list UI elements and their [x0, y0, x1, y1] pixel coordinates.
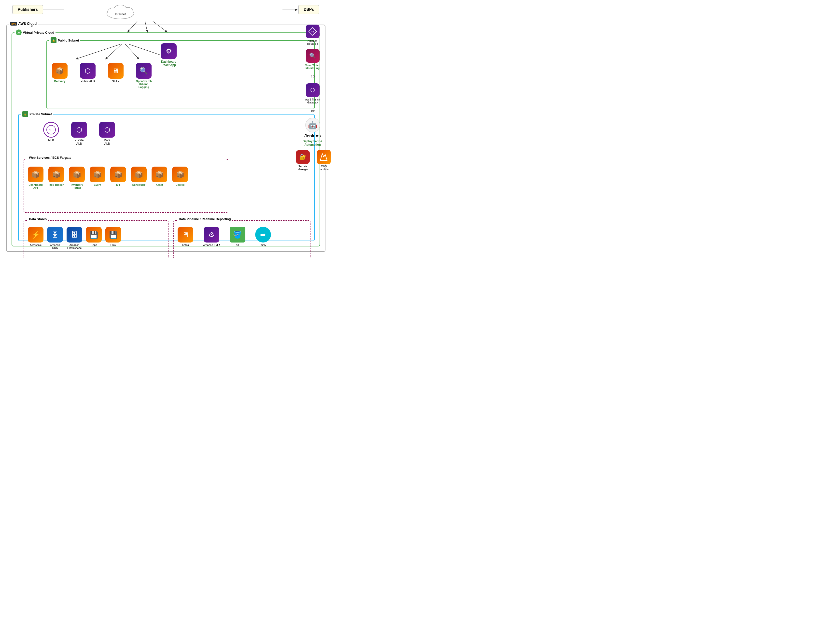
asset-service: 📦 Asset	[151, 167, 167, 186]
aws-lambda-label: AWS Lambda	[316, 165, 332, 171]
cookie-icon: 📦	[172, 167, 188, 182]
event-service: 📦 Event	[90, 167, 106, 186]
transit-gateway-icon: ⬡	[306, 83, 320, 97]
ivt-icon: 📦	[110, 167, 126, 182]
aws-badge: aws	[10, 22, 17, 25]
ecs-fargate-label: Web Services / ECS Fargate	[28, 156, 72, 159]
ceph-icon: 💾	[86, 227, 102, 243]
rtb-bidder-label: RTB Bidder	[49, 183, 64, 186]
data-stores-box: Data Stores ⚡ Aerospike 🗄 AmazonRDS 🗄	[24, 220, 169, 258]
ceph-service: 💾 Ceph	[86, 227, 102, 246]
data-alb-icon: ⬡	[99, 122, 115, 137]
opensearch-icon: 🔍	[136, 63, 151, 79]
data-pipeline-label: Data Pipeline / Realtime Reporting	[178, 217, 232, 221]
elasticache-label: AmazonElastiCache	[67, 243, 82, 249]
inventory-router-service: 📦 InventoryRouter	[69, 167, 85, 189]
aws-label: aws AWS Cloud	[9, 22, 38, 25]
vpc-icon: ☁	[16, 30, 22, 35]
private-alb-icon: ⬡	[71, 122, 87, 137]
vpc-box: ☁ Virtual Private Cloud 🔒 Public Subnet …	[11, 32, 320, 246]
public-alb-label: Public ALB	[80, 80, 95, 83]
delivery-service: 📦 Delivery	[52, 63, 68, 83]
right-sidebar: 53 AmazonRoute 53 🔍 CloudWatchMonitoring…	[293, 25, 332, 171]
aws-cloud: aws AWS Cloud ☁ Virtual Private Cloud 🔒 …	[6, 25, 325, 252]
ivt-service: 📦 IVT	[110, 167, 126, 186]
private-subnet-text: Private Subnet	[30, 112, 52, 116]
amazon-emr-icon: ⚙	[203, 227, 219, 243]
ivt-label: IVT	[116, 183, 120, 186]
scheduler-icon: 📦	[131, 167, 147, 182]
aws-lambda-icon	[317, 150, 331, 164]
dashboard-api-label: DashboardAPI	[28, 183, 43, 189]
ecs-fargate-box: Web Services / ECS Fargate 📦 DashboardAP…	[24, 159, 228, 213]
cloudwatch-label: CloudWatchMonitoring	[305, 64, 320, 69]
kafka-label: Kafka	[182, 243, 189, 246]
nlb-icon: NLB	[43, 122, 59, 137]
dsps-box: DSPs	[298, 5, 319, 14]
aerospike-service: ⚡ Aerospike	[28, 227, 44, 246]
elasticache-icon: 🗄	[66, 227, 82, 243]
data-stores-services: ⚡ Aerospike 🗄 AmazonRDS 🗄 AmazonElastiCa…	[28, 227, 121, 249]
cloudwatch-service: 🔍 CloudWatchMonitoring	[305, 49, 320, 69]
imply-icon: ➡	[255, 227, 271, 243]
inventory-router-icon: 📦	[69, 167, 85, 182]
sftp-icon: 🖥	[108, 63, 123, 79]
public-subnet-label: 🔒 Public Subnet	[49, 37, 80, 43]
aerospike-icon: ⚡	[28, 227, 44, 243]
cookie-label: Cookie	[176, 183, 185, 186]
private-subnet-label: 🔒 Private Subnet	[21, 111, 53, 117]
vpc-label: ☁ Virtual Private Cloud	[14, 30, 55, 35]
aws-lambda-service: AWS Lambda	[316, 150, 332, 171]
asset-icon: 📦	[151, 167, 167, 182]
kafka-service: 🖥 Kafka	[178, 227, 193, 246]
data-stores-label: Data Stores	[28, 217, 48, 221]
secrets-lambda-pair: 🔐 Secrets Manager AWS Lambda	[293, 150, 332, 171]
svg-text:Internet: Internet	[115, 12, 126, 16]
svg-text:NLB: NLB	[49, 129, 54, 131]
flink-label: Flink	[110, 243, 116, 246]
dashboard-api-service: 📦 DashboardAPI	[28, 167, 44, 189]
transit-gateway-service: ⬡ AWS TransitGateway	[305, 83, 320, 104]
imply-label: Imply	[260, 243, 266, 246]
imply-service: ➡ Imply	[255, 227, 271, 246]
jenkins-label: Jenkins	[304, 133, 321, 139]
jenkins-sublabel: Deployment &Automation	[303, 140, 323, 147]
amazon-emr-service: ⚙ Amazon EMR	[203, 227, 220, 246]
svg-text:53: 53	[311, 30, 314, 33]
aerospike-label: Aerospike	[30, 243, 42, 246]
secrets-manager-label: Secrets Manager	[293, 165, 312, 171]
public-services-row: 📦 Delivery ⬡ Public ALB 🖥 SFTP 🔍 OpenSea…	[52, 63, 309, 88]
s3-service: 🪣 s3	[230, 227, 245, 246]
cloud-svg: Internet	[104, 2, 136, 20]
nlb-service: NLB NLB	[43, 122, 59, 142]
flink-service: 💾 Flink	[106, 227, 121, 246]
transit-arrows2: ⇔	[310, 107, 315, 114]
secrets-manager-service: 🔐 Secrets Manager	[293, 150, 312, 171]
event-label: Event	[94, 183, 101, 186]
event-icon: 📦	[90, 167, 106, 182]
aws-cloud-label: AWS Cloud	[18, 22, 36, 25]
private-alb-service: ⬡ PrivateALB	[71, 122, 87, 145]
asset-label: Asset	[156, 183, 163, 186]
flink-icon: 💾	[106, 227, 121, 243]
cloudwatch-icon: 🔍	[306, 49, 320, 63]
public-alb-service: ⬡ Public ALB	[80, 63, 96, 83]
data-pipeline-box: Data Pipeline / Realtime Reporting 🖥 Kaf…	[173, 220, 310, 258]
private-subnet: 🔒 Private Subnet NLB NLB ⬡ PrivateALB	[18, 114, 315, 241]
scheduler-label: Scheduler	[132, 183, 145, 186]
scheduler-service: 📦 Scheduler	[131, 167, 147, 186]
amazon-rds-service: 🗄 AmazonRDS	[47, 227, 63, 249]
vpc-label-text: Virtual Private Cloud	[23, 31, 54, 35]
opensearch-service: 🔍 OpenSearchKibanaLogging	[136, 63, 152, 88]
opensearch-label: OpenSearchKibanaLogging	[136, 80, 152, 88]
sftp-service: 🖥 SFTP	[108, 63, 123, 83]
inventory-router-label: InventoryRouter	[71, 183, 83, 189]
delivery-icon: 📦	[52, 63, 68, 79]
public-subnet: 🔒 Public Subnet ⚙ DashboardReact App 📦 D…	[46, 40, 315, 109]
private-alb-label: PrivateALB	[74, 139, 84, 145]
data-alb-label: DataALB	[104, 139, 110, 145]
private-top-services: NLB NLB ⬡ PrivateALB ⬡ DataALB	[43, 122, 115, 145]
publishers-label: Publishers	[18, 7, 38, 11]
route53-label: AmazonRoute 53	[307, 39, 318, 45]
public-alb-icon: ⬡	[80, 63, 96, 79]
